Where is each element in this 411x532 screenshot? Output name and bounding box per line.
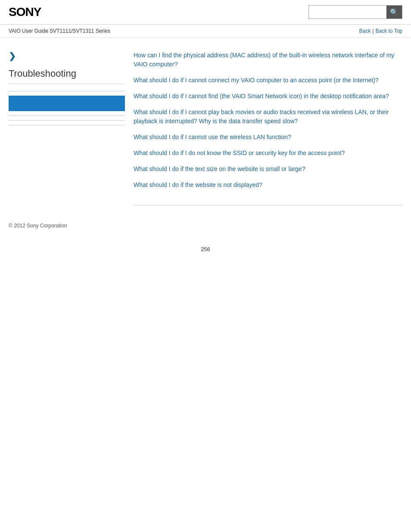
content-area: How can I find the physical address (MAC… bbox=[134, 47, 402, 205]
search-button[interactable]: 🔍 bbox=[386, 6, 402, 19]
search-icon: 🔍 bbox=[390, 8, 399, 16]
content-link-2[interactable]: What should I do if I cannot find (the V… bbox=[134, 92, 402, 101]
nav-links: Back | Back to Top bbox=[359, 28, 402, 34]
sidebar-divider-2 bbox=[9, 115, 125, 116]
content-link-4[interactable]: What should I do if I cannot use the wir… bbox=[134, 133, 402, 142]
content-link-3[interactable]: What should I do if I cannot play back m… bbox=[134, 108, 402, 126]
sidebar-divider-4 bbox=[9, 125, 125, 125]
main-content: ❯ Troubleshooting How can I find the phy… bbox=[0, 38, 411, 214]
content-link-1[interactable]: What should I do if I cannot connect my … bbox=[134, 76, 402, 85]
sony-logo: SONY bbox=[9, 5, 41, 19]
sidebar-title: Troubleshooting bbox=[9, 68, 125, 84]
back-to-top-link[interactable]: Back to Top bbox=[376, 28, 402, 34]
sidebar-divider-1 bbox=[9, 91, 125, 91]
back-link[interactable]: Back bbox=[359, 28, 371, 34]
search-input[interactable] bbox=[309, 6, 386, 19]
copyright: © 2012 Sony Corporation bbox=[9, 223, 67, 229]
sidebar-chevron[interactable]: ❯ bbox=[9, 51, 125, 61]
nav-separator: | bbox=[372, 28, 374, 34]
header: SONY 🔍 bbox=[0, 0, 411, 25]
content-link-7[interactable]: What should I do if the website is not d… bbox=[134, 180, 402, 190]
content-link-0[interactable]: How can I find the physical address (MAC… bbox=[134, 51, 402, 69]
nav-bar: VAIO User Guide SVT1111/SVT1311 Series B… bbox=[0, 25, 411, 38]
search-container: 🔍 bbox=[308, 5, 402, 19]
sidebar: ❯ Troubleshooting bbox=[9, 47, 134, 205]
sidebar-divider-3 bbox=[9, 120, 125, 121]
page-number: 256 bbox=[0, 237, 411, 261]
footer: © 2012 Sony Corporation bbox=[0, 214, 411, 237]
content-link-5[interactable]: What should I do if I do not know the SS… bbox=[134, 149, 402, 158]
sidebar-highlight[interactable] bbox=[9, 96, 125, 111]
guide-title: VAIO User Guide SVT1111/SVT1311 Series bbox=[9, 28, 110, 34]
content-link-6[interactable]: What should I do if the text size on the… bbox=[134, 165, 402, 174]
